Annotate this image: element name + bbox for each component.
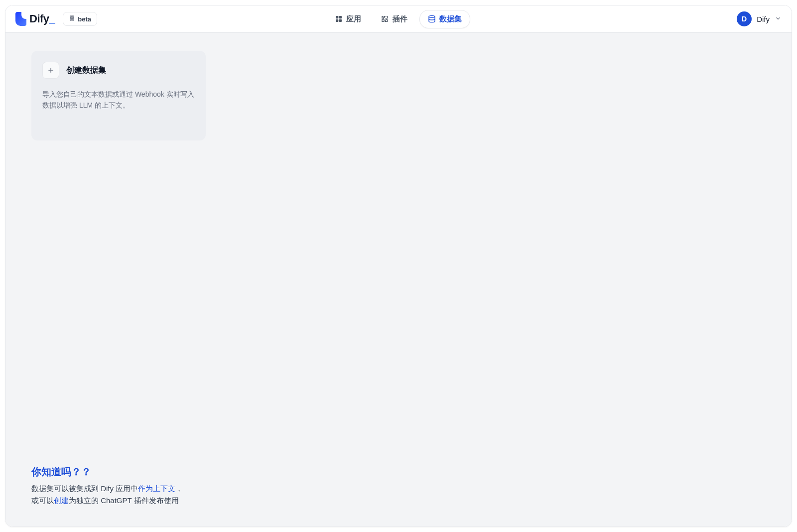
grid-icon [335,15,343,23]
nav-datasets-label: 数据集 [439,14,462,24]
svg-rect-6 [339,19,342,22]
nav-apps-label: 应用 [346,14,361,24]
database-icon [428,15,436,23]
logo-mark-icon [15,12,26,26]
tip-link-context[interactable]: 作为上下文 [138,484,175,493]
logo-text: Dify_ [29,12,55,25]
user-menu[interactable]: D Dify [737,11,782,26]
atom-icon [69,15,75,23]
footer-tip: 你知道吗？？ 数据集可以被集成到 Dify 应用中作为上下文， 或可以创建为独立… [31,465,183,507]
chevron-down-icon [775,15,782,23]
logo[interactable]: Dify_ [15,12,55,26]
main-content: 创建数据集 导入您自己的文本数据或通过 Webhook 实时写入数据以增强 LL… [5,33,792,527]
avatar: D [737,11,752,26]
tip-link-create[interactable]: 创建 [54,496,69,505]
puzzle-icon [381,15,389,23]
header-left: Dify_ beta [15,12,97,26]
plus-icon [42,62,59,79]
nav-plugins[interactable]: 插件 [373,10,415,28]
username: Dify [757,15,770,23]
tip-title: 你知道吗？？ [31,465,183,479]
svg-rect-5 [336,19,338,22]
beta-badge: beta [63,12,97,26]
app-header: Dify_ beta [5,5,792,33]
tip-text-1b: ， [175,484,183,493]
svg-point-0 [72,17,73,18]
create-card-description: 导入您自己的文本数据或通过 Webhook 实时写入数据以增强 LLM 的上下文… [42,89,195,111]
create-card-header: 创建数据集 [42,62,195,79]
tip-text-2: 或可以 [31,496,54,505]
tip-body: 数据集可以被集成到 Dify 应用中作为上下文， 或可以创建为独立的 ChatG… [31,483,183,507]
create-dataset-card[interactable]: 创建数据集 导入您自己的文本数据或通过 Webhook 实时写入数据以增强 LL… [31,51,206,140]
svg-rect-4 [339,16,342,18]
nav-plugins-label: 插件 [393,14,407,24]
main-nav: 应用 插件 数据集 [327,10,470,28]
tip-text-1: 数据集可以被集成到 Dify 应用中 [31,484,138,493]
svg-rect-3 [336,16,338,18]
svg-point-7 [429,15,435,17]
nav-apps[interactable]: 应用 [327,10,369,28]
nav-datasets[interactable]: 数据集 [419,10,470,28]
create-card-title: 创建数据集 [66,65,106,76]
tip-text-2b: 为独立的 ChatGPT 插件发布使用 [69,496,179,505]
